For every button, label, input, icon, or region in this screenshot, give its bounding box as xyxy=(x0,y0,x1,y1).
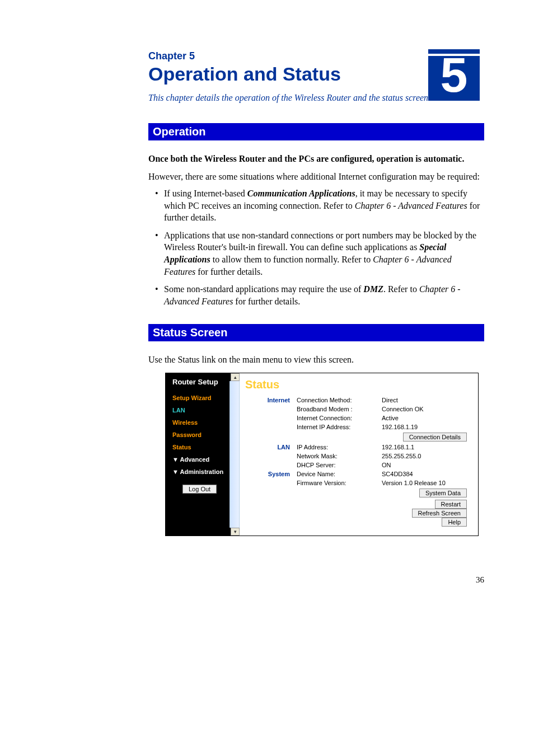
sidebar-title: Router Setup xyxy=(166,373,237,392)
operation-intro-para: However, there are some situations where… xyxy=(148,172,484,182)
page-number: 36 xyxy=(148,575,484,585)
label-network-mask: Network Mask: xyxy=(293,452,378,461)
text: Some non-standard applications may requi… xyxy=(164,284,363,294)
group-lan: LAN xyxy=(243,443,293,452)
sidebar-item-password[interactable]: Password xyxy=(166,429,237,441)
text: for further details. xyxy=(195,267,263,276)
chapter-number-badge: 5 xyxy=(428,49,480,101)
group-internet: Internet xyxy=(243,396,293,405)
system-data-button[interactable]: System Data xyxy=(419,489,467,497)
operation-bullet-2: Applications that use non-standard conne… xyxy=(164,229,484,278)
label-internet-ip: Internet IP Address: xyxy=(293,422,378,431)
logout-button[interactable]: Log Out xyxy=(182,485,217,494)
status-screenshot-figure: ▴ ▾ Router Setup Setup Wizard LAN Wirele… xyxy=(165,373,479,536)
emphasis: DMZ xyxy=(363,284,383,294)
scroll-down-button[interactable]: ▾ xyxy=(231,528,240,536)
sidebar-item-administration[interactable]: ▼ Administration xyxy=(166,466,237,478)
emphasis: Communication Applications xyxy=(247,189,355,198)
scroll-up-button[interactable]: ▴ xyxy=(231,373,240,381)
text: . Refer to xyxy=(383,284,419,294)
sidebar-item-setup-wizard[interactable]: Setup Wizard xyxy=(166,392,237,404)
text: to allow them to function normally. Refe… xyxy=(210,255,373,264)
value-broadband-modem: Connection OK xyxy=(378,405,470,414)
refresh-screen-button[interactable]: Refresh Screen xyxy=(412,509,467,518)
group-system: System xyxy=(243,469,293,478)
text: link on the main menu to view this scree… xyxy=(200,355,354,364)
value-internet-ip: 192.168.1.19 xyxy=(378,422,470,431)
value-dhcp-server: ON xyxy=(378,461,470,469)
label-firmware-version: Firmware Version: xyxy=(293,478,378,487)
value-ip-address: 192.168.1.1 xyxy=(378,443,470,452)
operation-bullet-3: Some non-standard applications may requi… xyxy=(164,283,484,307)
label-device-name: Device Name: xyxy=(293,469,378,478)
value-firmware-version: Version 1.0 Release 10 xyxy=(378,478,470,487)
router-main-panel: Status Internet Connection Method: Direc… xyxy=(237,373,478,536)
value-connection-method: Direct xyxy=(378,396,470,405)
sidebar-item-status[interactable]: Status xyxy=(166,441,237,453)
text: If using Internet-based xyxy=(164,189,247,198)
label-internet-connection: Internet Connection: xyxy=(293,414,378,422)
section-heading-operation: Operation xyxy=(148,123,484,140)
emphasis: Status xyxy=(177,355,199,364)
text: for further details. xyxy=(233,297,300,306)
value-internet-connection: Active xyxy=(378,414,470,422)
scrollbar-track[interactable] xyxy=(229,381,240,528)
value-device-name: SC4DD384 xyxy=(378,469,470,478)
label-dhcp-server: DHCP Server: xyxy=(293,461,378,469)
sidebar-item-wireless[interactable]: Wireless xyxy=(166,416,237,429)
sidebar-item-advanced[interactable]: ▼ Advanced xyxy=(166,453,237,466)
operation-lead-bold: Once both the Wireless Router and the PC… xyxy=(148,154,484,164)
text: Use the xyxy=(148,355,177,364)
router-sidebar: ▴ ▾ Router Setup Setup Wizard LAN Wirele… xyxy=(166,373,237,536)
section-heading-status-screen: Status Screen xyxy=(148,324,484,341)
status-use-line: Use the Status link on the main menu to … xyxy=(148,355,484,365)
value-network-mask: 255.255.255.0 xyxy=(378,452,470,461)
label-broadband-modem: Broadband Modem : xyxy=(293,405,378,414)
help-button[interactable]: Help xyxy=(442,518,467,527)
connection-details-button[interactable]: Connection Details xyxy=(403,433,467,442)
chapter-ref: Chapter 6 - Advanced Features xyxy=(355,201,467,210)
restart-button[interactable]: Restart xyxy=(435,500,467,509)
label-connection-method: Connection Method: xyxy=(293,396,378,405)
sidebar-item-lan[interactable]: LAN xyxy=(166,404,237,416)
page-title: Status xyxy=(243,378,470,396)
operation-bullet-1: If using Internet-based Communication Ap… xyxy=(164,187,484,224)
label-ip-address: IP Address: xyxy=(293,443,378,452)
